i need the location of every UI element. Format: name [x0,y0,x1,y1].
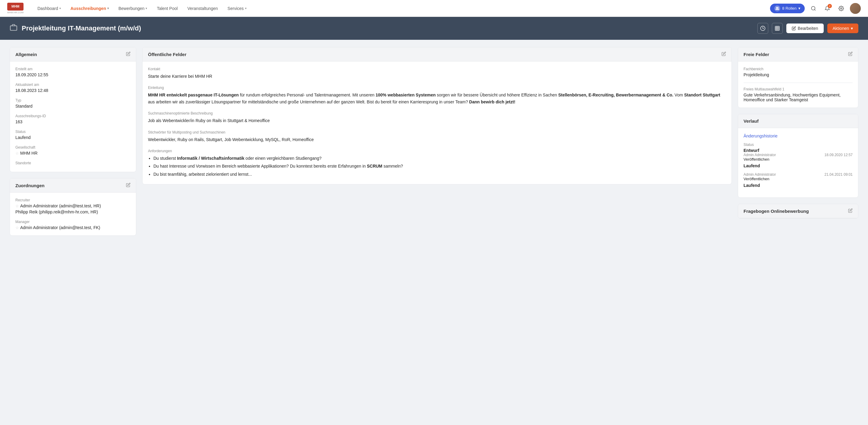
typ-value: Standard [16,104,130,109]
nav-label-veranstaltungen: Veranstaltungen [187,6,218,11]
chevron-down-icon: ▾ [245,7,247,10]
fachbereich-row: Fachbereich Projektleitung [744,67,852,77]
allgemein-card: Allgemein Erstellt am 18.09.2020 12:55 A… [10,47,136,172]
verlauf-status-1: Entwurf [744,148,852,153]
suchmaschinen-value: Job als Webentwickler/in Ruby on Rails i… [148,117,726,124]
roles-icon [774,5,780,11]
stichwoerter-value: Webentwickler, Ruby on Rails, Stuttgart,… [148,136,726,143]
nav-item-talentpool[interactable]: Talent Pool [153,4,182,13]
typ-label: Typ [16,98,130,102]
fragebogen-card: Fragebogen Onlinebewerbung [738,204,858,218]
aktualisiert-row: Aktualisiert am 18.08.2023 12:48 [16,83,130,93]
page-header-actions: Bearbeiten Aktionen ▾ [757,23,858,34]
anforderungen-list: Du studierst Informatik / Wirtschaftsinf… [153,155,726,178]
suchmaschinen-section: Suchmaschinenoptimierte Beschreibung Job… [148,111,726,124]
anforderungen-section: Anforderungen Du studierst Informatik / … [148,149,726,178]
star-icon: ☆ [16,151,19,155]
settings-button[interactable] [836,3,846,13]
list-item: Du hast Interesse und Vorwissen im Berei… [153,163,726,170]
roles-label: 8 Rollen [782,6,797,10]
standorte-label: Standorte [16,161,130,165]
verlauf-title: Verlauf [744,118,758,124]
aktionen-button[interactable]: Aktionen ▾ [827,24,858,33]
freie-felder-title: Freie Felder [744,52,769,57]
gesellschaft-value: ☆ MHM HR [16,151,130,155]
star-icon: ☆ [16,204,19,208]
mid-column: Öffentliche Felder Kontakt Starte deine … [142,47,732,184]
nav-item-bewerbungen[interactable]: Bewerbungen ▾ [114,4,151,13]
oeffentliche-felder-edit-icon[interactable] [721,52,726,57]
aktionen-label: Aktionen [833,26,849,31]
admin-date-2: 21.04.2021 09:01 [825,173,852,177]
bearbeiten-button[interactable]: Bearbeiten [786,24,824,33]
gesellschaft-row: Gesellschaft ☆ MHM HR [16,145,130,155]
zuordnungen-body: Recruiter ☆ Admin Administrator (admin@t… [10,192,136,235]
oeffentliche-felder-title: Öffentliche Felder [148,52,187,57]
nav-label-ausschreibungen: Ausschreibungen [70,6,106,11]
multiauswahl-label: Freies Multiauswahlfeld 1 [744,87,852,91]
aktualisiert-value: 18.08.2023 12:48 [16,88,130,93]
verlauf-status-group-1: Status Entwurf Admin Administrator 18.09… [744,143,852,168]
notifications-button[interactable]: 2 [822,3,832,13]
avatar[interactable] [850,3,861,14]
anforderungen-value: Du studierst Informatik / Wirtschaftsinf… [148,155,726,178]
chevron-down-icon: ▾ [59,7,61,10]
allgemein-header: Allgemein [10,47,136,61]
nav-item-ausschreibungen[interactable]: Ausschreibungen ▾ [66,4,113,13]
einleitung-value: MHM HR entwickelt passgenaue IT-Lösungen… [148,92,726,105]
verlauf-status-group-2: Admin Administrator 21.04.2021 09:01 Ver… [744,173,852,188]
verlauf-status-label: Status [744,143,852,147]
nav-item-services[interactable]: Services ▾ [223,4,251,13]
fragebogen-edit-icon[interactable] [848,208,852,214]
navigation: MHM MHM-HR.COM Dashboard ▾ Ausschreibung… [0,0,868,17]
page-header: Projektleitung IT-Management (m/w/d) Bea… [0,17,868,40]
verlauf-action-1: Veröffentlichen [744,157,852,161]
bearbeiten-label: Bearbeiten [798,26,818,31]
verlauf-card: Verlauf Änderungshistorie Status Entwurf… [738,114,858,198]
table-button[interactable] [772,23,783,34]
list-item: Du studierst Informatik / Wirtschaftsinf… [153,155,726,161]
nav-label-dashboard: Dashboard [37,6,58,11]
erstellt-row: Erstellt am 18.09.2020 12:55 [16,67,130,77]
page-header-left: Projektleitung IT-Management (m/w/d) [10,24,141,33]
kontakt-label: Kontakt [148,67,726,71]
manager-1: ☆ Admin Administrator (admin@test.test, … [16,225,130,230]
fachbereich-label: Fachbereich [744,67,852,71]
zuordnungen-card: Zuordnungen Recruiter ☆ Admin Administra… [10,178,136,236]
page-title: Projektleitung IT-Management (m/w/d) [22,24,141,32]
svg-rect-4 [10,26,17,30]
allgemein-title: Allgemein [16,52,37,57]
roles-button[interactable]: 8 Rollen ▾ [770,4,805,13]
nav-item-dashboard[interactable]: Dashboard ▾ [33,4,65,13]
freie-felder-edit-icon[interactable] [848,52,852,57]
verlauf-entry-1: Admin Administrator 18.09.2020 12:57 Ver… [744,153,852,161]
logo[interactable]: MHM MHM-HR.COM [7,3,24,13]
manager-label: Manager [16,220,130,224]
anforderungen-label: Anforderungen [148,149,726,153]
ausschreibungsid-label: Ausschreibungs-ID [16,114,130,118]
nav-item-veranstaltungen[interactable]: Veranstaltungen [183,4,222,13]
status-row: Status Laufend [16,130,130,140]
status-label: Status [16,130,130,134]
fragebogen-header: Fragebogen Onlinebewerbung [738,204,858,218]
svg-point-0 [776,7,777,8]
nav-label-talentpool: Talent Pool [157,6,178,11]
erstellt-value: 18.09.2020 12:55 [16,72,130,77]
ausschreibungsid-value: 163 [16,119,130,124]
freie-felder-body: Fachbereich Projektleitung Freies Multia… [738,61,858,108]
zuordnungen-edit-icon[interactable] [126,183,130,188]
recruiter-1: ☆ Admin Administrator (admin@test.test, … [16,204,130,208]
admin-name-2: Admin Administrator [744,173,776,177]
svg-point-3 [841,7,842,9]
recruiter-row: Recruiter ☆ Admin Administrator (admin@t… [16,198,130,214]
allgemein-edit-icon[interactable] [126,52,130,57]
clock-button[interactable] [757,23,768,34]
fachbereich-value: Projektleitung [744,72,852,77]
nav-right: 8 Rollen ▾ 2 [770,3,861,14]
notification-badge: 2 [828,4,832,8]
verlauf-result-1: Laufend [744,163,852,168]
aenderungshistorie-link[interactable]: Änderungshistorie [744,133,852,138]
search-button[interactable] [808,3,818,13]
verlauf-header: Verlauf [738,114,858,128]
standorte-row: Standorte [16,161,130,165]
